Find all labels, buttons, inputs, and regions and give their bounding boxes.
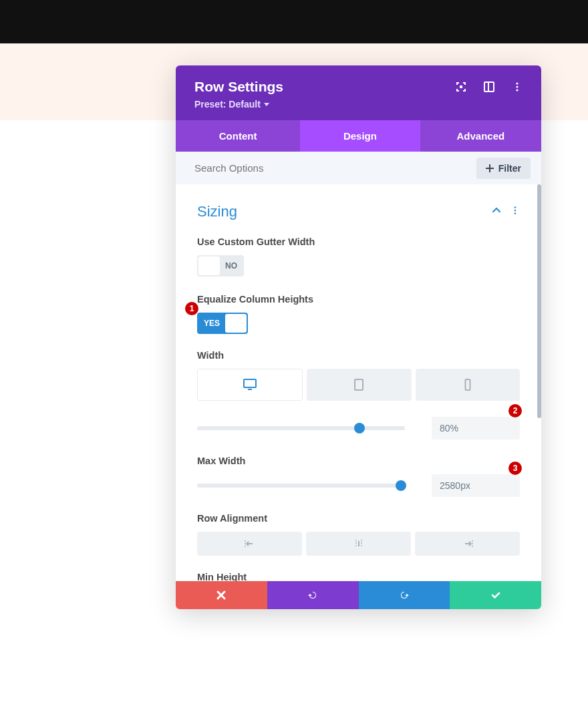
field-equalize: Equalize Column Heights YES: [197, 294, 520, 334]
slider-thumb[interactable]: [354, 423, 365, 433]
min-height-label: Min Height: [197, 572, 520, 581]
equalize-toggle-label: YES: [197, 319, 224, 328]
tablet-icon: [352, 379, 365, 391]
cancel-button[interactable]: [176, 581, 267, 609]
max-width-value[interactable]: [432, 474, 520, 497]
field-width: Width: [197, 350, 520, 439]
chevron-up-icon[interactable]: [492, 206, 501, 218]
svg-rect-11: [355, 379, 363, 390]
device-desktop[interactable]: [197, 369, 303, 401]
align-right-icon: [461, 539, 474, 548]
section-title[interactable]: Sizing: [197, 199, 237, 224]
page-top-bar: [0, 0, 588, 43]
svg-point-6: [514, 206, 517, 208]
undo-icon: [307, 590, 318, 600]
caret-down-icon: [264, 103, 269, 106]
modal-header-icons: [456, 79, 523, 92]
desktop-icon: [243, 379, 257, 391]
equalize-label: Equalize Column Heights: [197, 294, 520, 305]
svg-rect-9: [244, 379, 256, 387]
svg-rect-10: [248, 389, 252, 390]
modal-header-left: Row Settings Preset: Default: [194, 79, 283, 110]
phone-icon: [461, 379, 474, 391]
tab-design[interactable]: Design: [300, 120, 420, 152]
preset-label: Preset: Default: [194, 99, 261, 110]
svg-point-5: [516, 89, 518, 91]
annotation-1: 1: [185, 302, 198, 315]
width-value[interactable]: [432, 417, 520, 439]
settings-tabs: Content Design Advanced: [176, 120, 541, 152]
svg-point-7: [514, 210, 517, 212]
gutter-toggle-label: NO: [221, 261, 244, 271]
max-width-slider-row: [197, 474, 520, 497]
device-tabs: [197, 369, 520, 401]
filter-button[interactable]: Filter: [476, 158, 531, 179]
gutter-toggle[interactable]: NO: [197, 255, 244, 277]
field-gutter: Use Custom Gutter Width NO: [197, 236, 520, 278]
check-icon: [490, 590, 501, 600]
device-phone[interactable]: [416, 369, 520, 401]
panel-icon[interactable]: [484, 81, 494, 92]
kebab-menu-icon[interactable]: [510, 206, 520, 218]
align-center-icon: [352, 539, 365, 548]
width-label: Width: [197, 350, 520, 361]
undo-button[interactable]: [267, 581, 359, 609]
expand-icon[interactable]: [456, 81, 466, 92]
svg-point-4: [516, 85, 518, 87]
modal-footer: [176, 581, 541, 609]
modal-title: Row Settings: [194, 79, 283, 95]
width-slider-row: [197, 417, 520, 439]
kebab-menu-icon[interactable]: [512, 81, 523, 92]
alignment-tabs: [197, 532, 520, 556]
slider-thumb[interactable]: [396, 480, 406, 491]
plus-icon: [486, 164, 494, 172]
align-left-icon: [243, 539, 257, 548]
max-width-label: Max Width: [197, 456, 520, 466]
svg-rect-0: [460, 85, 462, 88]
scrollbar-thumb[interactable]: [537, 184, 541, 418]
device-tablet[interactable]: [307, 369, 411, 401]
align-left[interactable]: [197, 532, 302, 556]
field-min-height: Min Height: [197, 572, 520, 581]
modal-header: Row Settings Preset: Default: [176, 65, 541, 120]
annotation-2: 2: [508, 404, 522, 417]
field-alignment: Row Alignment: [197, 513, 520, 556]
section-head-icons: [492, 206, 520, 218]
tab-advanced[interactable]: Advanced: [420, 120, 541, 152]
toggle-knob: [225, 314, 247, 333]
preset-selector[interactable]: Preset: Default: [194, 99, 283, 110]
equalize-toggle[interactable]: YES: [197, 313, 248, 334]
section-head: Sizing: [197, 199, 520, 224]
max-width-slider[interactable]: [197, 484, 405, 488]
toggle-knob: [198, 256, 220, 275]
settings-body: Sizing Use Custom Gutter Width NO: [176, 184, 541, 581]
search-input[interactable]: [186, 157, 476, 179]
svg-rect-12: [465, 379, 470, 390]
redo-button[interactable]: [359, 581, 450, 609]
svg-point-3: [516, 82, 518, 84]
alignment-label: Row Alignment: [197, 513, 520, 524]
tab-content[interactable]: Content: [176, 120, 300, 152]
section-sizing: Sizing Use Custom Gutter Width NO: [176, 184, 541, 581]
annotation-3: 3: [508, 462, 522, 475]
close-icon: [216, 590, 227, 600]
align-center[interactable]: [306, 532, 411, 556]
align-right[interactable]: [415, 532, 520, 556]
filter-label: Filter: [498, 163, 521, 174]
gutter-label: Use Custom Gutter Width: [197, 236, 520, 247]
redo-icon: [399, 590, 410, 600]
width-slider[interactable]: [197, 426, 405, 430]
search-row: Filter: [176, 152, 541, 184]
row-settings-modal: Row Settings Preset: Default Content Des…: [176, 65, 541, 609]
svg-point-8: [514, 212, 517, 214]
save-button[interactable]: [450, 581, 541, 609]
field-max-width: Max Width: [197, 456, 520, 497]
